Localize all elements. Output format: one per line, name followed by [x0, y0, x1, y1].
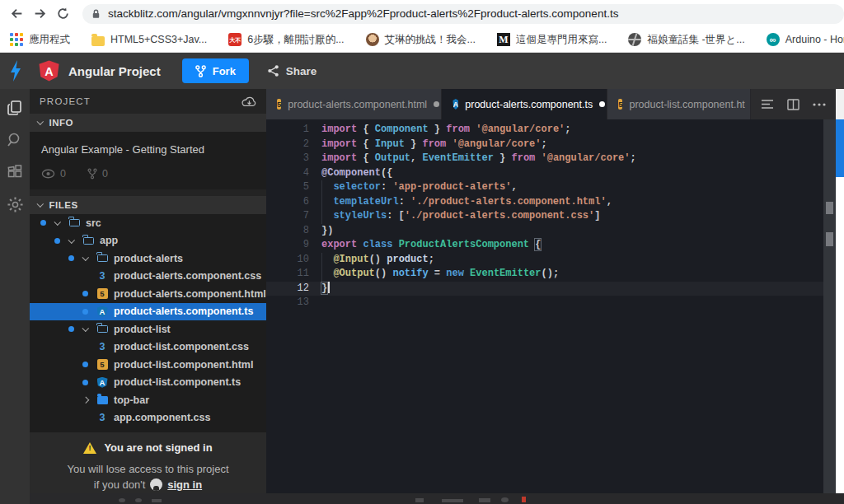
indent-guide — [321, 180, 322, 195]
file-row-top-bar[interactable]: top-bar — [30, 391, 266, 409]
views-stat: 0 — [41, 168, 66, 180]
code-area[interactable]: 1import { Component } from '@angular/cor… — [266, 119, 836, 504]
info-section-header[interactable]: INFO — [30, 114, 266, 132]
file-label: product-list.component.css — [114, 341, 249, 352]
split-editor-icon[interactable] — [787, 99, 799, 110]
bookmark-label: Arduino - Home — [785, 34, 844, 45]
bookmark-item[interactable]: 大不 6步驟，離開討厭的... — [228, 33, 344, 47]
folder-open-icon — [81, 237, 96, 245]
ts-file-icon: A — [95, 306, 110, 317]
tab-product-list.component.ht[interactable]: 5product-list.component.ht — [607, 89, 751, 119]
code-line-7[interactable]: 7 styleUrls: ['./product-alerts.componen… — [266, 209, 836, 224]
file-row-product-alerts.component.css[interactable]: 3product-alerts.component.css — [30, 268, 266, 286]
editor-scrollbar[interactable] — [823, 119, 836, 496]
code-line-5[interactable]: 5 selector: 'app-product-alerts', — [266, 180, 836, 195]
signin-line2-text: if you don't — [94, 478, 145, 491]
file-label: product-alerts.component.css — [114, 270, 261, 282]
file-row-product-alerts[interactable]: product-alerts — [30, 250, 266, 268]
refresh-button[interactable] — [51, 2, 74, 26]
bookmark-item[interactable]: HTML5+CSS3+Jav... — [91, 34, 207, 46]
tab-label: product-alerts.component.html — [288, 99, 427, 110]
code-line-4[interactable]: 4@Component({ — [266, 166, 836, 181]
file-row-product-list.component.ts[interactable]: Aproduct-list.component.ts — [30, 374, 266, 392]
code-text: @Output() notify = new EventEmitter(); — [309, 267, 559, 282]
file-label: app — [100, 235, 118, 246]
bookmark-label: HTML5+CSS3+Jav... — [110, 34, 207, 45]
browser-chrome: stackblitz.com/angular/vmgxnnvnjyr?file=… — [0, 0, 844, 53]
indent-guide — [321, 267, 322, 282]
extensions-panel-button[interactable] — [4, 161, 26, 183]
fork-icon — [195, 65, 206, 77]
code-text: @Input() product; — [309, 253, 434, 268]
line-number: 2 — [266, 138, 309, 152]
code-line-3[interactable]: 3import { Output, EventEmitter } from '@… — [266, 152, 836, 166]
code-line-6[interactable]: 6 templateUrl: './product-alerts.compone… — [266, 195, 836, 210]
ts-file-icon: A — [95, 377, 110, 388]
modified-dot — [80, 362, 91, 367]
info-panel: Angular Example - Getting Started 0 — [30, 132, 266, 189]
code-line-9[interactable]: 9export class ProductAlertsComponent { — [266, 238, 836, 253]
forward-arrow-icon — [33, 7, 47, 21]
editor-tabbar: 5product-alerts.component.htmlAproduct-a… — [266, 89, 836, 119]
bookmark-item[interactable]: 艾琳的挑战！我会... — [366, 33, 476, 47]
open-editors-icon[interactable] — [761, 99, 774, 110]
files-section-header[interactable]: FILES — [30, 196, 266, 214]
bookmark-label: 6步驟，離開討厭的... — [247, 33, 344, 47]
file-label: product-alerts — [114, 253, 183, 264]
signin-link[interactable]: sign in — [167, 478, 202, 491]
forward-button[interactable] — [28, 2, 51, 26]
code-line-12[interactable]: 12} — [266, 282, 836, 296]
ts-file-icon: A — [452, 99, 458, 110]
signin-line2: if you don't sign in — [35, 478, 261, 491]
file-row-app[interactable]: app — [30, 232, 266, 250]
code-line-13[interactable]: 13 — [266, 296, 836, 310]
code-line-2[interactable]: 2import { Input } from '@angular/core'; — [266, 138, 836, 152]
arduino-icon: ∞ — [767, 33, 780, 46]
bookmark-item[interactable]: ∞ Arduino - Home — [767, 33, 844, 46]
project-stats: 0 0 — [41, 168, 255, 180]
file-row-product-list[interactable]: product-list — [30, 320, 266, 338]
tab-label: product-list.component.ht — [629, 99, 744, 110]
info-section-label: INFO — [49, 118, 73, 128]
chevron-down-icon — [67, 239, 77, 244]
forks-count: 0 — [102, 168, 108, 180]
share-button[interactable]: Share — [267, 64, 317, 77]
bookmarks-bar: 應用程式 HTML5+CSS3+Jav... 大不 6步驟，離開討厭的... 艾… — [0, 27, 844, 53]
code-text: selector: 'app-product-alerts', — [309, 180, 518, 195]
back-button[interactable] — [5, 2, 28, 26]
code-line-8[interactable]: 8}) — [266, 224, 836, 239]
bookmark-item[interactable]: M 這個是專門用來寫... — [497, 33, 607, 47]
forks-stat: 0 — [87, 168, 108, 180]
files-panel-button[interactable] — [4, 97, 26, 119]
search-panel-button[interactable] — [4, 129, 26, 151]
code-line-10[interactable]: 10 @Input() product; — [266, 253, 836, 268]
back-arrow-icon — [10, 7, 24, 21]
file-row-product-list.component.css[interactable]: 3product-list.component.css — [30, 338, 266, 357]
line-number: 10 — [266, 253, 309, 268]
file-row-product-list.component.html[interactable]: 5product-list.component.html — [30, 356, 266, 374]
download-project-icon[interactable] — [241, 96, 256, 108]
file-row-product-alerts.component.ts[interactable]: Aproduct-alerts.component.ts — [30, 303, 266, 321]
tab-product-alerts.component.ts[interactable]: Aproduct-alerts.component.ts — [442, 89, 607, 119]
more-actions-icon[interactable] — [813, 103, 826, 106]
file-row-product-alerts.component.html[interactable]: 5product-alerts.component.html — [30, 285, 266, 303]
folder-icon — [91, 36, 105, 46]
warning-icon — [83, 442, 96, 454]
stackblitz-logo[interactable] — [0, 60, 31, 82]
bookmark-item[interactable]: 應用程式 — [10, 33, 70, 47]
code-line-1[interactable]: 1import { Component } from '@angular/cor… — [266, 123, 836, 138]
code-line-11[interactable]: 11 @Output() notify = new EventEmitter()… — [266, 267, 836, 282]
chevron-down-icon — [81, 327, 91, 332]
github-icon — [150, 478, 162, 491]
text-cursor — [328, 282, 330, 293]
tab-product-alerts.component.html[interactable]: 5product-alerts.component.html — [266, 89, 442, 119]
url-bar[interactable]: stackblitz.com/angular/vmgxnnvnjyr?file=… — [82, 4, 844, 24]
fork-button[interactable]: Fork — [182, 58, 249, 83]
chevron-down-icon — [81, 256, 91, 261]
settings-button[interactable] — [4, 194, 26, 215]
modified-dot — [38, 220, 49, 226]
line-number: 1 — [266, 123, 309, 138]
bookmark-item[interactable]: 福娘童話集 -世界と... — [628, 33, 744, 47]
file-row-src[interactable]: src — [30, 214, 266, 232]
file-row-app.component.css[interactable]: 3app.component.css — [30, 409, 266, 427]
